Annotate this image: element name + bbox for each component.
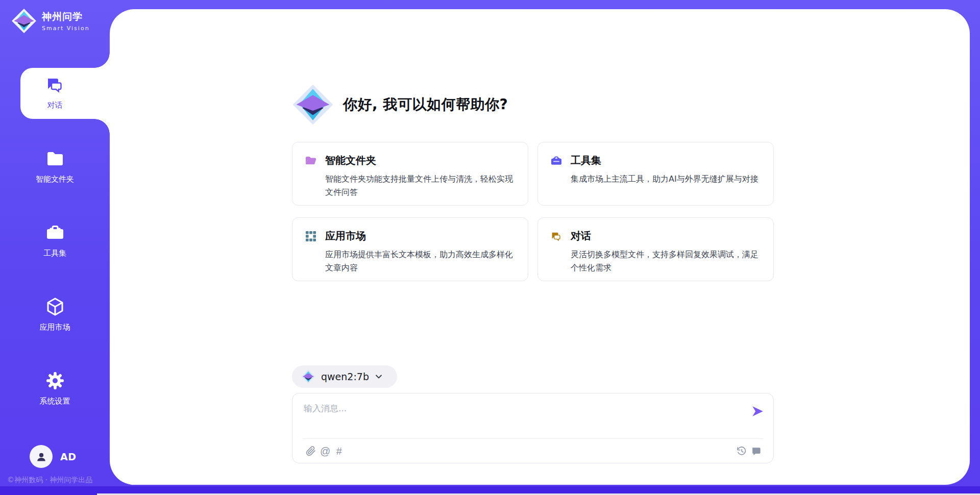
- card-description: 智能文件夹功能支持批量文件上传与清洗，轻松实现文件问答: [325, 172, 516, 199]
- gear-icon: [45, 370, 65, 391]
- sidebar-item-label: 应用市场: [40, 323, 70, 332]
- send-icon: [751, 405, 764, 418]
- card-chat[interactable]: 对话 灵活切换多模型文件，支持多样回复效果调试，满足个性化需求: [537, 217, 774, 281]
- card-app-market[interactable]: 应用市场 应用市场提供丰富长文本模板，助力高效生成多样化文章内容: [292, 217, 528, 281]
- sidebar-item-label: 系统设置: [40, 397, 70, 406]
- sidebar-item-label: 对话: [47, 101, 63, 110]
- greeting: 你好, 我可以如何帮助你?: [292, 83, 508, 127]
- chat-icon: [550, 230, 562, 242]
- attach-file-button[interactable]: [304, 443, 318, 459]
- mention-button[interactable]: @: [318, 443, 332, 459]
- card-description: 灵活切换多模型文件，支持多样回复效果调试，满足个性化需求: [571, 248, 761, 275]
- feedback-button[interactable]: [749, 443, 763, 459]
- sidebar-item-app-market[interactable]: 应用市场: [0, 277, 110, 351]
- comment-icon: [751, 446, 761, 456]
- brand-logo-icon: [11, 8, 37, 34]
- cube-icon: [45, 296, 65, 317]
- feature-cards: 智能文件夹 智能文件夹功能支持批量文件上传与清洗，轻松实现文件问答 工具集 集成…: [292, 142, 774, 281]
- chat-icon: [45, 75, 65, 95]
- folder-icon: [45, 148, 65, 169]
- person-icon: [35, 450, 48, 463]
- active-tab-background: [20, 68, 110, 119]
- brand: 神州问学 Smart Vision: [11, 8, 90, 34]
- assistant-logo-icon: [292, 84, 334, 126]
- paperclip-icon: [306, 446, 316, 456]
- card-title: 工具集: [571, 154, 601, 167]
- card-title: 智能文件夹: [325, 154, 376, 167]
- briefcase-icon: [45, 222, 65, 243]
- user-initials: AD: [60, 451, 76, 462]
- copyright-footer: ©神州数码 · 神州问学出品: [7, 476, 92, 485]
- card-smart-folder[interactable]: 智能文件夹 智能文件夹功能支持批量文件上传与清洗，轻松实现文件问答: [292, 142, 528, 206]
- history-icon: [737, 446, 747, 456]
- sidebar-item-label: 智能文件夹: [36, 175, 74, 184]
- model-name: qwen2:7b: [321, 371, 369, 382]
- folder-open-icon: [305, 155, 317, 167]
- model-selector[interactable]: qwen2:7b: [292, 365, 397, 388]
- brand-name: 神州问学: [42, 10, 90, 23]
- sidebar: 神州问学 Smart Vision 对话 智能文件夹: [0, 0, 110, 495]
- composer: @ #: [292, 393, 774, 463]
- message-input[interactable]: [292, 393, 773, 437]
- history-button[interactable]: [734, 443, 749, 459]
- card-description: 集成市场上主流工具，助力AI与外界无缝扩展与对接: [571, 172, 761, 186]
- card-title: 对话: [571, 229, 591, 243]
- main-panel: 你好, 我可以如何帮助你? 智能文件夹 智能文件夹功能支持批量文件上传与清洗，轻…: [110, 9, 970, 485]
- card-title: 应用市场: [325, 229, 366, 243]
- send-button[interactable]: [750, 404, 765, 419]
- app: 神州问学 Smart Vision 对话 智能文件夹: [0, 0, 980, 495]
- card-description: 应用市场提供丰富长文本模板，助力高效生成多样化文章内容: [325, 248, 516, 275]
- greeting-text: 你好, 我可以如何帮助你?: [343, 95, 508, 114]
- sidebar-item-toolset[interactable]: 工具集: [0, 203, 110, 277]
- sidebar-item-settings[interactable]: 系统设置: [0, 351, 110, 425]
- composer-toolbar: @ #: [304, 439, 763, 463]
- sidebar-item-label: 工具集: [43, 249, 66, 258]
- chevron-down-icon: [375, 373, 383, 381]
- brand-subtitle: Smart Vision: [42, 25, 90, 32]
- card-toolset[interactable]: 工具集 集成市场上主流工具，助力AI与外界无缝扩展与对接: [537, 142, 774, 206]
- model-logo-icon: [301, 369, 315, 384]
- grid-icon: [305, 230, 317, 242]
- sidebar-item-chat[interactable]: 对话: [0, 55, 110, 129]
- avatar: [30, 445, 53, 468]
- hash-icon: #: [336, 446, 342, 456]
- at-icon: @: [320, 446, 330, 456]
- sidebar-item-smart-folder[interactable]: 智能文件夹: [0, 129, 110, 203]
- topic-button[interactable]: #: [332, 443, 346, 459]
- user-profile[interactable]: AD: [30, 445, 76, 468]
- briefcase-icon: [550, 155, 562, 167]
